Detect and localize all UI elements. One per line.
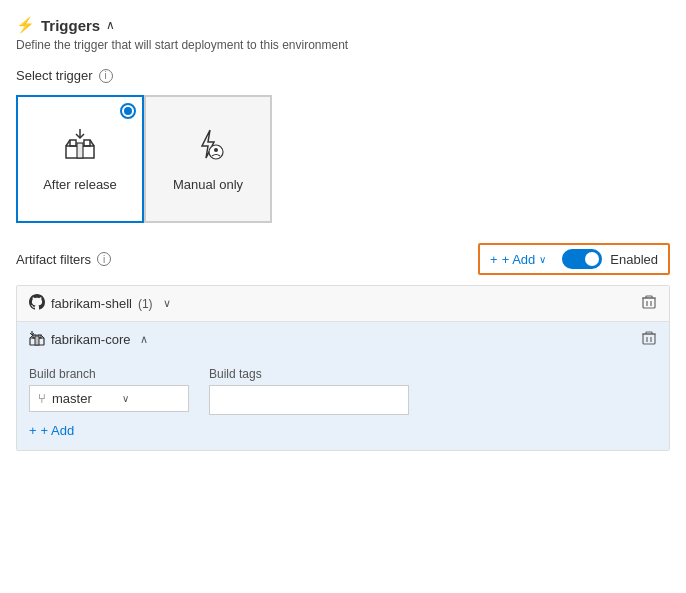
- build-branch-col: Build branch ⑂ master ∨: [29, 367, 189, 415]
- build-icon: [29, 330, 45, 349]
- build-filters-row: Build branch ⑂ master ∨ Build tags: [29, 367, 657, 415]
- radio-selected: [120, 103, 136, 119]
- artifact-filters-section: Artifact filters i + + Add ∨ Enabled: [16, 243, 670, 451]
- add-filter-icon: +: [29, 423, 37, 438]
- trigger-card-after-release[interactable]: After release: [16, 95, 144, 223]
- fabrikam-shell-name: fabrikam-shell: [51, 296, 132, 311]
- section-title: Triggers: [41, 17, 100, 34]
- after-release-label: After release: [43, 177, 117, 192]
- section-subtitle: Define the trigger that will start deplo…: [16, 38, 670, 52]
- toggle-label: Enabled: [610, 252, 658, 267]
- svg-point-8: [214, 148, 218, 152]
- build-tags-col: Build tags: [209, 367, 409, 415]
- manual-only-label: Manual only: [173, 177, 243, 192]
- trigger-info-icon[interactable]: i: [99, 69, 113, 83]
- fabrikam-core-name: fabrikam-core: [51, 332, 130, 347]
- select-trigger-row: Select trigger i: [16, 68, 670, 83]
- github-icon: [29, 294, 45, 313]
- svg-rect-9: [643, 298, 655, 308]
- artifact-row-fabrikam-core: fabrikam-core ∧: [17, 322, 669, 357]
- triggers-section: ⚡ Triggers ∧ Define the trigger that wil…: [16, 16, 670, 451]
- toggle-container: Enabled: [562, 249, 658, 269]
- build-branch-label: Build branch: [29, 367, 189, 381]
- build-branch-select[interactable]: ⑂ master ∨: [29, 385, 189, 412]
- fabrikam-shell-count: (1): [138, 297, 153, 311]
- artifact-row-left-core: fabrikam-core ∧: [29, 330, 148, 349]
- triggers-icon: ⚡: [16, 16, 35, 34]
- fabrikam-shell-delete-icon[interactable]: [641, 294, 657, 313]
- branch-dropdown-chevron: ∨: [122, 393, 129, 404]
- section-header: ⚡ Triggers ∧: [16, 16, 670, 34]
- artifact-table: fabrikam-shell (1) ∨: [16, 285, 670, 451]
- fabrikam-core-chevron[interactable]: ∧: [140, 333, 148, 346]
- select-trigger-label: Select trigger: [16, 68, 93, 83]
- svg-rect-3: [77, 143, 83, 158]
- svg-rect-20: [643, 334, 655, 344]
- build-tags-label: Build tags: [209, 367, 409, 381]
- add-filter-button[interactable]: + + Add: [29, 423, 74, 438]
- branch-icon: ⑂: [38, 391, 46, 406]
- svg-rect-16: [35, 336, 39, 345]
- after-release-icon: [62, 126, 98, 169]
- manual-only-icon: [190, 126, 226, 169]
- enabled-toggle[interactable]: [562, 249, 602, 269]
- chevron-up-icon[interactable]: ∧: [106, 18, 115, 32]
- svg-rect-2: [84, 140, 90, 146]
- artifact-filters-left: Artifact filters i: [16, 252, 111, 267]
- artifact-row-fabrikam-shell: fabrikam-shell (1) ∨: [17, 286, 669, 322]
- artifact-row-left-shell: fabrikam-shell (1) ∨: [29, 294, 171, 313]
- artifact-filters-label: Artifact filters: [16, 252, 91, 267]
- build-branch-value: ⑂ master: [38, 391, 92, 406]
- fabrikam-core-expanded-content: Build branch ⑂ master ∨ Build tags: [17, 357, 669, 450]
- artifact-add-button[interactable]: + + Add ∨: [490, 252, 546, 267]
- add-filter-label: + Add: [41, 423, 75, 438]
- build-tags-input[interactable]: [209, 385, 409, 415]
- trigger-card-manual-only[interactable]: Manual only: [144, 95, 272, 223]
- add-chevron-icon: ∨: [539, 254, 546, 265]
- artifact-filters-info-icon[interactable]: i: [97, 252, 111, 266]
- fabrikam-shell-chevron[interactable]: ∨: [163, 297, 171, 310]
- plus-icon: +: [490, 252, 498, 267]
- add-label: + Add: [502, 252, 536, 267]
- trigger-cards: After release Manual only: [16, 95, 670, 223]
- artifact-filters-controls: + + Add ∨ Enabled: [478, 243, 670, 275]
- branch-value-text: master: [52, 391, 92, 406]
- artifact-filters-header: Artifact filters i + + Add ∨ Enabled: [16, 243, 670, 275]
- svg-rect-1: [70, 140, 76, 146]
- fabrikam-core-delete-icon[interactable]: [641, 330, 657, 349]
